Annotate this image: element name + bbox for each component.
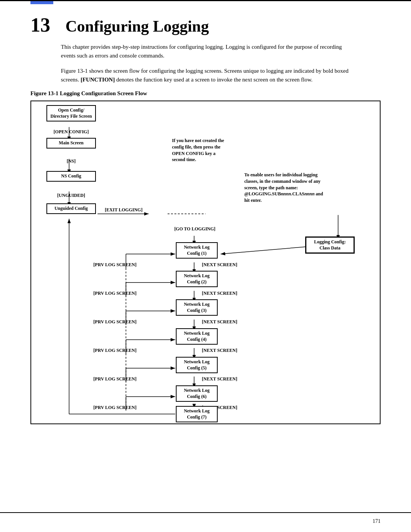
box-unguided-config: Unguided Config	[46, 203, 96, 214]
label-exit-logging: [EXIT LOGGING]	[99, 207, 148, 213]
label-next-screen-2: [NEXT SCREEN]	[195, 291, 244, 296]
label-unguided: [UNGUIDED]	[46, 193, 96, 198]
label-open-config: [OPEN CONFIG]	[48, 129, 94, 135]
box-network-log-5: Network LogConfig (5)	[176, 357, 218, 373]
chapter-number: 13	[30, 15, 50, 35]
label-ns: [NS]	[48, 158, 94, 164]
box-network-log-3: Network LogConfig (3)	[176, 299, 218, 316]
label-prv-log-6: [PRV LOG SCREEN]	[84, 405, 145, 411]
body-paragraph-1: This chapter provides step-by-step instr…	[0, 43, 411, 61]
label-prv-log-4: [PRV LOG SCREEN]	[84, 348, 145, 353]
flow-diagram: Open Config/Directory File Screen [OPEN …	[30, 101, 381, 424]
box-network-log-2: Network LogConfig (2)	[176, 271, 218, 287]
label-next-screen-3: [NEXT SCREEN]	[195, 319, 244, 325]
bottom-rule	[0, 512, 411, 513]
box-logging-config-class: Logging Config:Class Data	[305, 236, 355, 254]
label-next-screen-1: [NEXT SCREEN]	[195, 262, 244, 268]
body-paragraph-2: Figure 13-1 shows the screen flow for co…	[0, 67, 411, 85]
label-next-screen-5: [NEXT SCREEN]	[195, 376, 244, 382]
annotation-no-config: If you have not created theconfig file, …	[172, 137, 263, 163]
box-network-log-4: Network LogConfig (4)	[176, 328, 218, 345]
box-network-log-7: Network LogConfig (7)	[176, 406, 218, 422]
box-network-log-6: Network LogConfig (6)	[176, 385, 218, 402]
label-prv-log-1: [PRV LOG SCREEN]	[84, 262, 145, 268]
box-network-log-1: Network LogConfig (1)	[176, 242, 218, 259]
label-prv-log-3: [PRV LOG SCREEN]	[84, 319, 145, 325]
label-prv-log-5: [PRV LOG SCREEN]	[84, 376, 145, 382]
chapter-title: Configuring Logging	[65, 18, 209, 34]
annotation-logging-classes: To enable users for individual loggingcl…	[244, 172, 362, 204]
box-main-screen: Main Screen	[46, 138, 96, 149]
accent-bar	[30, 1, 53, 4]
label-prv-log-2: [PRV LOG SCREEN]	[84, 291, 145, 296]
top-rule	[0, 0, 411, 1]
label-next-screen-4: [NEXT SCREEN]	[195, 348, 244, 353]
figure-caption: Figure 13-1 Logging Configuration Screen…	[0, 90, 411, 97]
box-ns-config: NS Config	[46, 171, 96, 182]
chapter-header: 13 Configuring Logging	[0, 0, 411, 43]
label-go-to-logging: [GO TO LOGGING]	[161, 226, 229, 232]
page-number: 171	[373, 518, 381, 524]
box-open-config: Open Config/Directory File Screen	[46, 105, 96, 121]
